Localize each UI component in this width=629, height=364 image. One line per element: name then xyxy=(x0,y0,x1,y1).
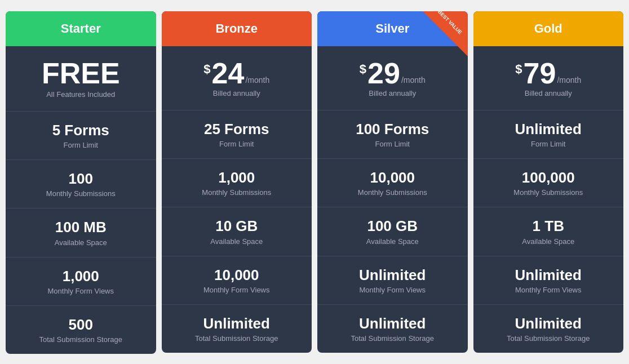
feature-value-silver-0: 100 Forms xyxy=(323,121,462,138)
feature-value-silver-2: 100 GB xyxy=(323,217,462,235)
feature-bronze-4: UnlimitedTotal Submission Storage xyxy=(162,305,312,353)
price-billed: Billed annually xyxy=(167,89,307,97)
price-period: /month xyxy=(401,76,426,88)
feature-label-silver-2: Available Space xyxy=(323,237,462,246)
feature-bronze-3: 10,000Monthly Form Views xyxy=(162,256,312,305)
feature-value-gold-1: 100,000 xyxy=(479,169,618,187)
plan-header-silver: Silver xyxy=(317,11,468,46)
feature-label-bronze-1: Monthly Submissions xyxy=(167,188,307,197)
feature-silver-3: UnlimitedMonthly Form Views xyxy=(317,256,468,305)
feature-bronze-2: 10 GBAvailable Space xyxy=(162,207,312,256)
price-billed: Billed annually xyxy=(323,89,462,97)
feature-value-bronze-0: 25 Forms xyxy=(167,121,307,138)
feature-value-starter-0: 5 Forms xyxy=(11,122,150,139)
plan-header-bronze: Bronze xyxy=(162,11,312,46)
feature-gold-1: 100,000Monthly Submissions xyxy=(473,159,624,207)
plan-price-section-bronze: $24/monthBilled annually xyxy=(162,46,312,110)
feature-gold-0: UnlimitedForm Limit xyxy=(473,110,624,159)
feature-label-bronze-3: Monthly Form Views xyxy=(167,286,307,294)
feature-label-gold-0: Form Limit xyxy=(479,140,618,148)
price-billed: Billed annually xyxy=(479,89,618,97)
feature-value-gold-4: Unlimited xyxy=(479,315,618,332)
feature-silver-0: 100 FormsForm Limit xyxy=(317,110,468,159)
feature-gold-2: 1 TBAvailable Space xyxy=(473,207,624,256)
feature-label-silver-0: Form Limit xyxy=(323,140,462,148)
feature-starter-4: 500Total Submission Storage xyxy=(6,306,156,354)
feature-value-gold-0: Unlimited xyxy=(479,121,618,138)
plan-price-section-gold: $79/monthBilled annually xyxy=(473,46,624,110)
price-period: /month xyxy=(557,76,581,88)
feature-label-silver-4: Total Submission Storage xyxy=(323,334,462,343)
feature-value-bronze-1: 1,000 xyxy=(167,169,307,187)
feature-label-bronze-2: Available Space xyxy=(167,237,307,246)
feature-starter-2: 100 MBAvailable Space xyxy=(6,208,156,257)
feature-label-gold-1: Monthly Submissions xyxy=(479,188,618,197)
plan-card-starter: StarterFREEAll Features Included5 FormsF… xyxy=(6,11,156,354)
plan-header-starter: Starter xyxy=(6,11,156,46)
price-row-bronze: $24/month xyxy=(167,59,307,88)
feature-label-gold-2: Available Space xyxy=(479,237,618,246)
feature-label-silver-1: Monthly Submissions xyxy=(323,188,462,197)
price-amount: 29 xyxy=(367,59,400,88)
price-dollar-sign: $ xyxy=(360,62,366,77)
plan-name-bronze: Bronze xyxy=(167,21,307,36)
feature-label-starter-1: Monthly Submissions xyxy=(11,189,150,198)
plan-card-gold: Gold$79/monthBilled annuallyUnlimitedFor… xyxy=(473,11,624,353)
feature-gold-3: UnlimitedMonthly Form Views xyxy=(473,256,624,305)
price-amount: 79 xyxy=(524,59,556,88)
plan-price-section-silver: $29/monthBilled annually xyxy=(317,46,468,110)
feature-label-gold-4: Total Submission Storage xyxy=(479,334,618,343)
feature-label-starter-3: Monthly Form Views xyxy=(11,287,150,295)
feature-value-silver-1: 10,000 xyxy=(323,169,462,187)
plan-name-silver: Silver xyxy=(323,21,462,36)
feature-label-bronze-0: Form Limit xyxy=(167,140,307,148)
price-free-label: FREE xyxy=(11,59,150,88)
feature-value-bronze-2: 10 GB xyxy=(167,217,307,235)
feature-value-starter-2: 100 MB xyxy=(11,219,150,236)
feature-value-silver-4: Unlimited xyxy=(323,315,462,332)
price-dollar-sign: $ xyxy=(203,62,210,77)
feature-label-starter-4: Total Submission Storage xyxy=(11,335,150,344)
feature-value-bronze-4: Unlimited xyxy=(167,315,307,332)
plan-name-starter: Starter xyxy=(11,21,150,36)
feature-label-starter-2: Available Space xyxy=(11,238,150,247)
feature-label-silver-3: Monthly Form Views xyxy=(323,286,462,294)
feature-value-bronze-3: 10,000 xyxy=(167,267,307,284)
feature-silver-4: UnlimitedTotal Submission Storage xyxy=(317,305,468,353)
plan-price-section-starter: FREEAll Features Included xyxy=(6,46,156,112)
feature-bronze-0: 25 FormsForm Limit xyxy=(162,110,312,159)
feature-value-gold-2: 1 TB xyxy=(479,217,618,235)
plan-header-gold: Gold xyxy=(473,11,624,46)
feature-label-starter-0: Form Limit xyxy=(11,141,150,149)
pricing-container: StarterFREEAll Features Included5 FormsF… xyxy=(0,0,629,364)
feature-value-starter-4: 500 xyxy=(11,316,150,334)
plan-card-bronze: Bronze$24/monthBilled annually25 FormsFo… xyxy=(162,11,312,353)
feature-starter-1: 100Monthly Submissions xyxy=(6,160,156,208)
feature-value-gold-3: Unlimited xyxy=(479,267,618,284)
feature-label-gold-3: Monthly Form Views xyxy=(479,286,618,294)
price-dollar-sign: $ xyxy=(515,62,522,77)
feature-starter-3: 1,000Monthly Form Views xyxy=(6,258,156,306)
price-row-silver: $29/month xyxy=(323,59,462,88)
price-included-label: All Features Included xyxy=(11,90,150,99)
feature-value-starter-1: 100 xyxy=(11,170,150,188)
plan-name-gold: Gold xyxy=(479,21,618,36)
price-period: /month xyxy=(245,76,269,88)
feature-bronze-1: 1,000Monthly Submissions xyxy=(162,159,312,207)
feature-starter-0: 5 FormsForm Limit xyxy=(6,112,156,160)
feature-value-starter-3: 1,000 xyxy=(11,268,150,285)
feature-gold-4: UnlimitedTotal Submission Storage xyxy=(473,305,624,353)
feature-label-bronze-4: Total Submission Storage xyxy=(167,334,307,343)
price-amount: 24 xyxy=(212,59,245,88)
price-row-gold: $79/month xyxy=(479,59,618,88)
plan-card-silver: BEST VALUESilver$29/monthBilled annually… xyxy=(317,11,468,353)
feature-silver-1: 10,000Monthly Submissions xyxy=(317,159,468,207)
feature-value-silver-3: Unlimited xyxy=(323,267,462,284)
feature-silver-2: 100 GBAvailable Space xyxy=(317,207,468,256)
